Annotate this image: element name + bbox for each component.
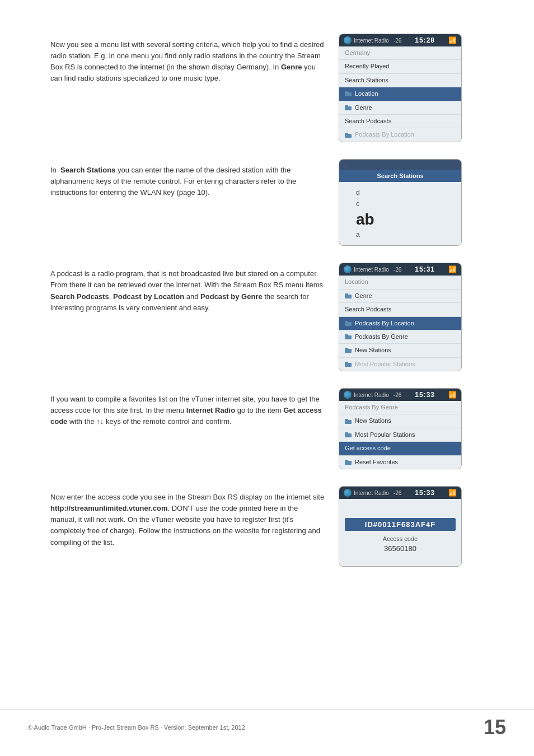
folder-icon: [345, 321, 352, 326]
item-label: Get access code: [345, 444, 391, 452]
device-header-1: Internet Radio -26 15:28 📶: [339, 34, 461, 46]
section-2-device: ... Search Stations d c ab a: [336, 159, 465, 246]
item-label: Podcasts By Location: [355, 130, 414, 139]
footer: © Audio Trade GmbH · Pro-Ject Stream Box…: [0, 710, 534, 739]
section-4-row: If you want to compile a favorites list …: [50, 388, 506, 469]
device-header-4: Internet Radio -26 15:33 📶: [339, 389, 461, 401]
section-5-row: Now enter the access code you see in the…: [50, 486, 506, 567]
access-code-value: 36560180: [384, 544, 416, 553]
wifi-icon-5: 📶: [448, 489, 457, 497]
device-title-5: Internet Radio: [354, 490, 389, 496]
device-screen-1: Internet Radio -26 15:28 📶 Germany Recen…: [339, 34, 462, 142]
menu-item-new-stations-4: New Stations: [339, 414, 461, 428]
folder-icon: [345, 105, 352, 110]
menu-item-germany: Germany: [339, 46, 461, 60]
char-ab: ab: [356, 210, 374, 229]
signal-1: -26: [394, 38, 401, 44]
item-label: Location: [355, 90, 378, 98]
globe-icon-3: [344, 265, 352, 273]
device-header-5: Internet Radio -26 15:33 📶: [339, 487, 461, 499]
access-body: ID#0011F683AF4F Access code 36560180: [339, 499, 461, 566]
menu-item-search-podcasts: Search Podcasts: [339, 115, 461, 128]
menu-item-most-popular-4: Most Popular Stations: [339, 428, 461, 442]
device-title-3: Internet Radio: [354, 267, 389, 273]
time-5: 15:33: [415, 489, 435, 497]
search-body: d c ab a: [339, 182, 461, 246]
section-1-row: Now you see a menu list with several sor…: [50, 34, 506, 142]
access-screen: Internet Radio -26 15:33 📶 ID#0011F683AF…: [339, 486, 462, 567]
access-code-label: Access code: [383, 535, 418, 542]
page: Now you see a menu list with several sor…: [0, 0, 534, 606]
item-label: Search Podcasts: [345, 117, 391, 125]
section-3-device: Internet Radio -26 15:31 📶 Location Genr…: [336, 263, 465, 371]
time-3: 15:31: [415, 265, 435, 273]
folder-icon: [345, 293, 352, 298]
globe-icon-4: [344, 391, 352, 399]
signal-3: -26: [394, 267, 401, 273]
section-3-text: A podcast is a radio program, that is no…: [50, 263, 325, 314]
menu-item-reset-favorites: Reset Favorites: [339, 456, 461, 469]
menu-item-podcasts-by-location: Podcasts By Location: [339, 128, 461, 141]
wifi-icon-4: 📶: [448, 391, 457, 399]
menu-item-most-popular-3: Most Popular Stations: [339, 358, 461, 371]
item-label: Genre: [355, 104, 372, 112]
item-label: Podcasts By Location: [355, 319, 414, 328]
signal-5: -26: [394, 490, 401, 496]
device-menu-1: Germany Recently Played Search Stations …: [339, 46, 461, 142]
search-title: Search Stations: [339, 170, 461, 182]
section-2-row: In Search Stations you can enter the nam…: [50, 159, 506, 246]
time-1: 15:28: [415, 36, 435, 44]
wifi-icon-3: 📶: [448, 265, 457, 273]
device-title-4: Internet Radio: [354, 392, 389, 398]
section-3-row: A podcast is a radio program, that is no…: [50, 263, 506, 371]
signal-4: -26: [394, 392, 401, 398]
item-label: Most Popular Stations: [355, 431, 415, 439]
folder-icon: [345, 362, 352, 367]
char-a: a: [356, 230, 360, 240]
folder-icon: [345, 334, 352, 339]
header-left-3: Internet Radio -26: [344, 265, 401, 273]
folder-icon: [345, 133, 352, 138]
wifi-icon-1: 📶: [448, 36, 457, 44]
item-label: Germany: [345, 49, 370, 57]
menu-item-new-stations-3: New Stations: [339, 344, 461, 357]
header-left-1: Internet Radio -26: [344, 36, 401, 44]
footer-page-number: 15: [484, 716, 506, 739]
folder-icon: [345, 348, 352, 353]
device-header-2: ...: [339, 160, 461, 170]
header-left-4: Internet Radio -26: [344, 391, 401, 399]
section-5-text: Now enter the access code you see in the…: [50, 486, 325, 548]
device-header-3: Internet Radio -26 15:31 📶: [339, 263, 461, 276]
menu-item-genre-3: Genre: [339, 290, 461, 303]
item-label: Podcasts By Genre: [345, 403, 398, 412]
item-label: Reset Favorites: [355, 458, 398, 466]
item-label: Location: [345, 278, 368, 286]
section-5-device: Internet Radio -26 15:33 📶 ID#0011F683AF…: [336, 486, 465, 567]
item-label: New Stations: [355, 417, 391, 425]
item-label: Podcasts By Genre: [355, 333, 408, 341]
menu-item-location-3: Location: [339, 276, 461, 289]
item-label: Search Podcasts: [345, 305, 391, 314]
menu-item-recently-played: Recently Played: [339, 60, 461, 73]
menu-item-podcasts-by-genre-4: Podcasts By Genre: [339, 401, 461, 414]
device-screen-3: Internet Radio -26 15:31 📶 Location Genr…: [339, 263, 462, 371]
device-title-1: Internet Radio: [354, 38, 389, 44]
char-d: d: [356, 188, 360, 198]
section-2-text: In Search Stations you can enter the nam…: [50, 159, 325, 198]
item-label: Genre: [355, 292, 372, 300]
globe-icon-5: [344, 489, 352, 497]
folder-icon: [345, 419, 352, 424]
item-label: Most Popular Stations: [355, 360, 415, 368]
header-left-5: Internet Radio -26: [344, 489, 401, 497]
footer-copyright: © Audio Trade GmbH · Pro-Ject Stream Box…: [28, 724, 245, 731]
header-filler: ...: [344, 162, 348, 167]
device-screen-4: Internet Radio -26 15:33 📶 Podcasts By G…: [339, 388, 462, 469]
menu-item-search-stations: Search Stations: [339, 74, 461, 87]
item-label: New Stations: [355, 346, 391, 354]
section-1-text: Now you see a menu list with several sor…: [50, 34, 325, 85]
time-4: 15:33: [415, 391, 435, 399]
menu-item-location: Location: [339, 87, 461, 101]
access-id-display: ID#0011F683AF4F: [345, 518, 456, 531]
folder-icon: [345, 460, 352, 465]
menu-item-search-podcasts-3: Search Podcasts: [339, 303, 461, 316]
